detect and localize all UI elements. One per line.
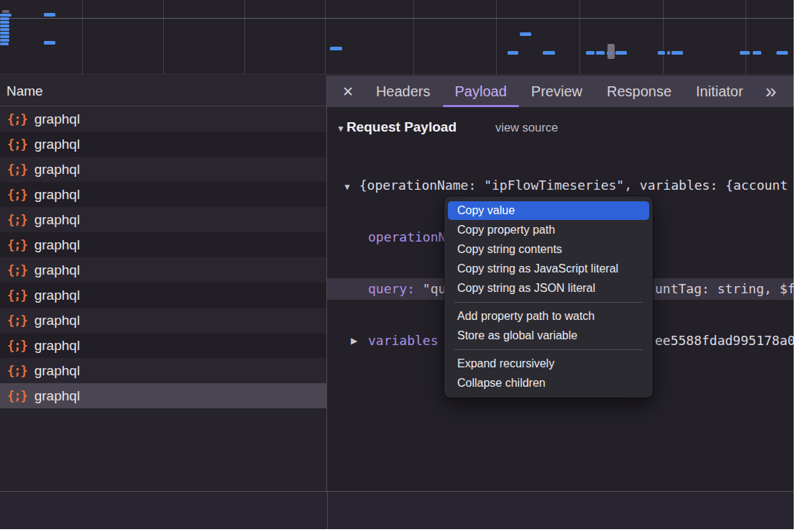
- request-name: graphql: [35, 111, 80, 127]
- tab-label: Payload: [455, 83, 507, 100]
- network-overview[interactable]: [0, 0, 794, 75]
- request-row[interactable]: {;}graphql: [0, 283, 326, 308]
- request-row[interactable]: {;}graphql: [0, 383, 326, 408]
- overview-gridline: [746, 0, 746, 74]
- request-name: graphql: [35, 388, 80, 404]
- menu-item[interactable]: Store as global variable: [448, 326, 649, 345]
- request-row[interactable]: {;}graphql: [0, 106, 326, 132]
- request-row[interactable]: {;}graphql: [0, 257, 326, 283]
- request-row[interactable]: {;}graphql: [0, 157, 326, 182]
- waterfall-bar: [607, 52, 609, 55]
- request-row[interactable]: {;}graphql: [0, 333, 326, 358]
- request-name: graphql: [35, 262, 80, 278]
- overview-gridline: [244, 0, 245, 74]
- json-icon: {;}: [7, 313, 27, 328]
- waterfall-bar: [44, 41, 55, 45]
- request-name: graphql: [35, 137, 80, 152]
- close-detail-button[interactable]: ✕: [327, 75, 364, 107]
- overview-gridline: [496, 0, 497, 74]
- tab-initiator[interactable]: Initiator: [684, 75, 756, 107]
- waterfall-bar: [0, 35, 9, 38]
- status-footer: [0, 492, 794, 529]
- tab-label: Response: [607, 83, 671, 100]
- tab-label: Initiator: [696, 83, 743, 100]
- menu-item[interactable]: Copy value: [448, 201, 649, 220]
- overview-gridline: [163, 0, 164, 74]
- request-row[interactable]: {;}graphql: [0, 232, 326, 257]
- overview-gridline: [579, 0, 580, 74]
- collapse-triangle-icon: ▼: [336, 124, 345, 134]
- waterfall-bar: [543, 51, 555, 55]
- waterfall-bar: [0, 28, 9, 31]
- tab-response[interactable]: Response: [595, 75, 684, 107]
- request-row[interactable]: {;}graphql: [0, 182, 326, 207]
- waterfall-bar: [0, 14, 12, 17]
- view-source-link[interactable]: view source: [495, 121, 558, 134]
- menu-item[interactable]: Expand recursively: [448, 354, 649, 373]
- waterfall-bar: [508, 51, 518, 55]
- waterfall-bar: [740, 51, 750, 55]
- tab-payload[interactable]: Payload: [443, 75, 519, 107]
- context-menu: Copy valueCopy property pathCopy string …: [444, 196, 653, 398]
- menu-item[interactable]: Copy string contents: [448, 240, 649, 259]
- name-column-header[interactable]: Name: [0, 75, 326, 106]
- request-name: graphql: [35, 237, 80, 253]
- waterfall-bar: [596, 51, 605, 55]
- expand-triangle-icon: ▶: [351, 330, 357, 352]
- close-icon: ✕: [342, 83, 354, 100]
- property-key: query:: [368, 281, 423, 296]
- waterfall-bar: [0, 32, 9, 35]
- tree-root-row[interactable]: ▼ {operationName: "ipFlowTimeseries", va…: [327, 175, 794, 196]
- tab-label: Headers: [376, 83, 431, 100]
- overview-gridline: [325, 0, 326, 74]
- request-row[interactable]: {;}graphql: [0, 132, 326, 157]
- waterfall-bar: [753, 51, 761, 55]
- request-row[interactable]: {;}graphql: [0, 207, 326, 232]
- property-value: "qu: [423, 281, 446, 296]
- request-row[interactable]: {;}graphql: [0, 308, 326, 333]
- more-tabs-button[interactable]: »: [757, 75, 786, 107]
- overview-gridline: [663, 0, 664, 74]
- menu-separator: [454, 302, 643, 303]
- object-preview: {operationName: "ipFlowTimeseries", vari…: [359, 178, 788, 193]
- waterfall-bar: [0, 17, 9, 20]
- request-name: graphql: [35, 313, 80, 329]
- menu-item[interactable]: Copy string as JSON literal: [448, 279, 649, 298]
- menu-item[interactable]: Copy string as JavaScript literal: [448, 260, 649, 278]
- devtools-network-panel: Name {;}graphql{;}graphql{;}graphql{;}gr…: [0, 0, 794, 529]
- overview-gridline: [82, 0, 83, 74]
- json-icon: {;}: [7, 263, 27, 278]
- menu-item[interactable]: Copy property path: [448, 221, 649, 239]
- panel-divider[interactable]: [327, 492, 328, 529]
- json-icon: {;}: [7, 213, 27, 227]
- overview-gridline: [413, 0, 414, 74]
- json-icon: {;}: [7, 238, 27, 252]
- property-value-continued: ee5588fdad995178a0: [655, 330, 794, 352]
- tab-preview[interactable]: Preview: [519, 75, 595, 107]
- tab-headers[interactable]: Headers: [364, 75, 443, 107]
- waterfall-bar: [610, 52, 612, 55]
- json-icon: {;}: [7, 162, 27, 177]
- collapse-triangle-icon: ▼: [343, 182, 352, 192]
- json-icon: {;}: [7, 339, 27, 353]
- request-list: {;}graphql{;}graphql{;}graphql{;}graphql…: [0, 106, 326, 408]
- waterfall-bar: [0, 39, 9, 42]
- request-row[interactable]: {;}graphql: [0, 358, 326, 383]
- chevron-double-right-icon: »: [766, 80, 777, 103]
- section-title: Request Payload: [347, 119, 457, 135]
- json-icon: {;}: [7, 288, 27, 303]
- json-icon: {;}: [7, 389, 27, 403]
- menu-item[interactable]: Collapse children: [448, 374, 649, 393]
- request-name: graphql: [35, 187, 80, 203]
- tab-label: Preview: [531, 83, 582, 100]
- property-value-continued: untTag: string, $f: [655, 278, 794, 300]
- waterfall-bar: [671, 51, 683, 55]
- waterfall-bar: [615, 51, 627, 55]
- menu-item[interactable]: Add property path to watch: [448, 307, 649, 326]
- detail-tabbar: ✕ Headers Payload Preview Response Initi…: [327, 75, 794, 107]
- request-payload-section-header[interactable]: ▼ Request Payload view source: [336, 119, 558, 135]
- waterfall-bar: [44, 13, 55, 17]
- waterfall-bar: [520, 32, 531, 36]
- request-name: graphql: [35, 162, 80, 178]
- waterfall-bar: [0, 21, 9, 24]
